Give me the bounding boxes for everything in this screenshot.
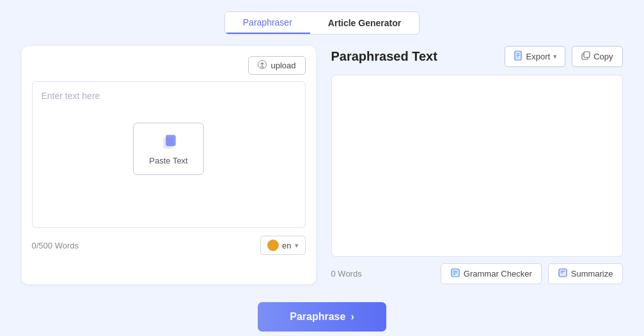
header-actions: Export ▾ Copy <box>505 46 623 67</box>
paraphrase-button[interactable]: Paraphrase › <box>258 302 386 332</box>
paste-btn-container: Paste Text <box>42 91 296 175</box>
upload-row: upload <box>32 56 306 75</box>
language-selector[interactable]: en ▾ <box>260 236 305 255</box>
summarize-icon <box>558 268 568 280</box>
tab-paraphraser[interactable]: Paraphraser <box>225 12 310 34</box>
lang-label: en <box>282 241 291 250</box>
tab-article-generator[interactable]: Article Generator <box>310 12 419 34</box>
summarize-button[interactable]: Summarize <box>548 263 623 284</box>
right-bottom-row: 0 Words Grammar Checker <box>331 263 623 284</box>
export-button[interactable]: Export ▾ <box>505 46 566 67</box>
right-header: Paraphrased Text Export ▾ <box>331 46 623 67</box>
tabs-container: Paraphraser Article Generator <box>224 11 420 34</box>
upload-button[interactable]: upload <box>248 56 305 75</box>
left-panel: upload Enter text here Paste Text 0/500 <box>22 46 316 284</box>
export-label: Export <box>526 52 551 61</box>
grammar-icon <box>450 268 460 280</box>
copy-label: Copy <box>593 52 613 61</box>
flag-icon <box>267 240 279 251</box>
summarize-label: Summarize <box>571 269 613 279</box>
paraphrase-btn-label: Paraphrase <box>290 311 345 323</box>
export-gdoc-icon <box>513 50 523 63</box>
svg-rect-6 <box>166 135 175 146</box>
paste-btn-label: Paste Text <box>149 156 187 165</box>
copy-icon <box>581 51 590 62</box>
copy-button[interactable]: Copy <box>572 46 622 67</box>
grammar-checker-button[interactable]: Grammar Checker <box>441 263 542 284</box>
grammar-checker-label: Grammar Checker <box>464 269 532 279</box>
lang-chevron-icon: ▾ <box>295 241 299 250</box>
export-chevron-icon: ▾ <box>553 52 557 61</box>
upload-label: upload <box>271 61 295 70</box>
paraphrase-chevron-icon: › <box>350 311 354 323</box>
right-panel: Paraphrased Text Export ▾ <box>331 46 623 284</box>
main-layout: upload Enter text here Paste Text 0/500 <box>15 46 629 284</box>
output-text-area <box>331 75 623 257</box>
text-input-area[interactable]: Enter text here Paste Text <box>32 81 306 228</box>
output-word-count: 0 Words <box>331 269 362 279</box>
upload-icon <box>258 60 267 71</box>
left-bottom-row: 0/500 Words en ▾ <box>32 236 306 255</box>
action-buttons: Grammar Checker Summarize <box>441 263 623 284</box>
textarea-placeholder: Enter text here <box>42 91 100 101</box>
paste-icon <box>160 132 178 152</box>
paste-text-button[interactable]: Paste Text <box>133 123 203 175</box>
paraphrase-row: Paraphrase › <box>258 302 386 332</box>
svg-rect-13 <box>584 52 590 57</box>
word-count-label: 0/500 Words <box>32 241 79 250</box>
paraphrased-text-title: Paraphrased Text <box>331 49 437 64</box>
